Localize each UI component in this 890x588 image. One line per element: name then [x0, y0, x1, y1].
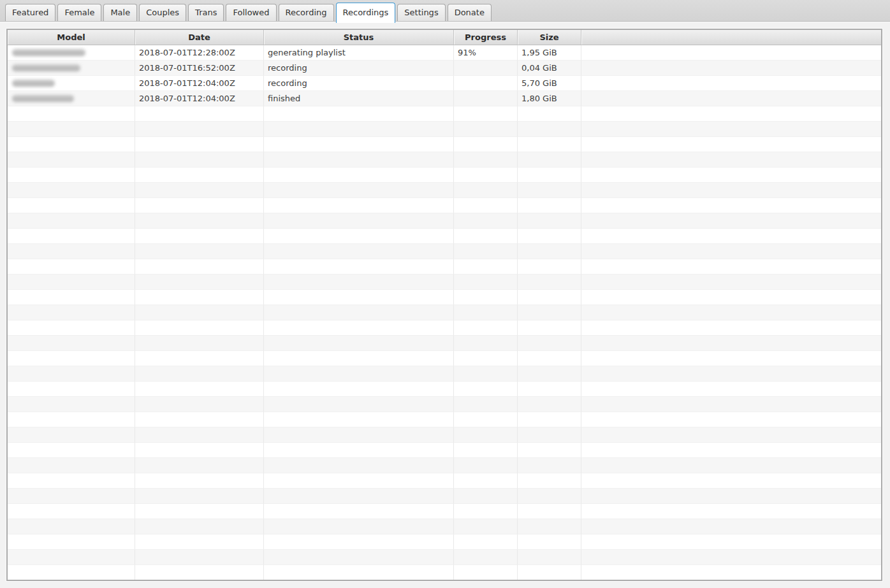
cell-filler [581, 519, 881, 534]
tab-male[interactable]: Male [103, 4, 137, 21]
cell-status [264, 244, 454, 259]
cell-size [518, 244, 581, 259]
empty-row [8, 458, 881, 473]
cell-date [135, 183, 264, 198]
cell-filler [581, 106, 881, 122]
header-cell-progress[interactable]: Progress [454, 30, 518, 45]
empty-row [8, 519, 881, 534]
cell-progress [454, 565, 518, 580]
tab-donate[interactable]: Donate [448, 4, 492, 21]
cell-size [518, 336, 581, 351]
cell-model [8, 122, 135, 137]
tab-featured[interactable]: Featured [5, 4, 55, 21]
empty-row [8, 351, 881, 366]
cell-filler [581, 122, 881, 137]
cell-model [8, 76, 135, 91]
model-name-redacted [12, 95, 74, 102]
cell-status [264, 443, 454, 458]
cell-model [8, 61, 135, 76]
tab-recordings[interactable]: Recordings [336, 3, 396, 23]
model-name-redacted [12, 49, 85, 56]
cell-filler [581, 213, 881, 229]
header-cell-status[interactable]: Status [264, 30, 454, 45]
cell-progress [454, 152, 518, 168]
cell-status [264, 183, 454, 198]
cell-date [135, 168, 264, 183]
cell-date [135, 366, 264, 382]
header-cell-filler [581, 30, 881, 45]
cell-progress [454, 320, 518, 336]
table-row[interactable]: 2018-07-01T12:28:00Zgenerating playlist9… [8, 45, 881, 61]
cell-size [518, 305, 581, 320]
cell-size: 0,04 GiB [518, 61, 581, 76]
cell-model [8, 519, 135, 534]
header-cell-date[interactable]: Date [135, 30, 264, 45]
cell-size [518, 275, 581, 290]
table-row[interactable]: 2018-07-01T12:04:00Zfinished1,80 GiB [8, 91, 881, 106]
cell-status [264, 489, 454, 504]
recordings-table: ModelDateStatusProgressSize 2018-07-01T1… [6, 29, 882, 581]
cell-filler [581, 382, 881, 397]
cell-status [264, 198, 454, 213]
cell-model [8, 382, 135, 397]
cell-status [264, 565, 454, 580]
empty-row [8, 534, 881, 550]
empty-row [8, 275, 881, 290]
cell-filler [581, 61, 881, 76]
tab-female[interactable]: Female [57, 4, 101, 21]
header-cell-size[interactable]: Size [518, 30, 581, 45]
cell-model [8, 504, 135, 519]
cell-model [8, 259, 135, 275]
cell-status [264, 397, 454, 412]
cell-filler [581, 550, 881, 565]
cell-size [518, 351, 581, 366]
tab-followed[interactable]: Followed [226, 4, 276, 21]
tab-trans[interactable]: Trans [188, 4, 224, 21]
empty-row [8, 229, 881, 244]
cell-size [518, 397, 581, 412]
cell-filler [581, 427, 881, 443]
cell-date [135, 489, 264, 504]
cell-progress [454, 106, 518, 122]
cell-size [518, 106, 581, 122]
cell-status [264, 137, 454, 152]
cell-status [264, 259, 454, 275]
cell-progress [454, 412, 518, 427]
cell-date [135, 382, 264, 397]
cell-model [8, 366, 135, 382]
empty-row [8, 336, 881, 351]
cell-filler [581, 397, 881, 412]
empty-row [8, 152, 881, 168]
cell-date [135, 137, 264, 152]
table-row[interactable]: 2018-07-01T12:04:00Zrecording5,70 GiB [8, 76, 881, 91]
cell-date [135, 397, 264, 412]
empty-row [8, 443, 881, 458]
cell-status [264, 473, 454, 489]
tab-settings[interactable]: Settings [397, 4, 445, 21]
table-row[interactable]: 2018-07-01T16:52:00Zrecording0,04 GiB [8, 61, 881, 76]
header-cell-model[interactable]: Model [8, 30, 135, 45]
tab-couples[interactable]: Couples [139, 4, 186, 21]
cell-date [135, 244, 264, 259]
empty-row [8, 366, 881, 382]
empty-row [8, 168, 881, 183]
cell-model [8, 458, 135, 473]
cell-filler [581, 183, 881, 198]
cell-date [135, 305, 264, 320]
cell-progress [454, 305, 518, 320]
cell-status [264, 427, 454, 443]
cell-date: 2018-07-01T12:04:00Z [135, 76, 264, 91]
empty-row [8, 382, 881, 397]
cell-date [135, 458, 264, 473]
tab-recording[interactable]: Recording [279, 4, 334, 21]
cell-progress: 91% [454, 45, 518, 61]
cell-date [135, 259, 264, 275]
cell-status [264, 275, 454, 290]
cell-model [8, 534, 135, 550]
cell-progress [454, 259, 518, 275]
cell-progress [454, 519, 518, 534]
cell-status [264, 366, 454, 382]
cell-model [8, 137, 135, 152]
cell-model [8, 412, 135, 427]
cell-status [264, 382, 454, 397]
